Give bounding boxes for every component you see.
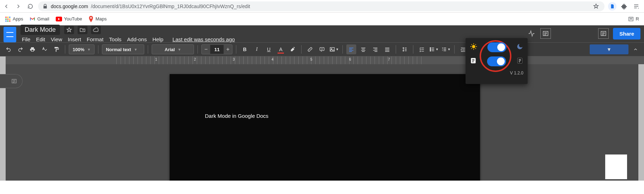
font-size-decrease[interactable]: − xyxy=(202,45,210,54)
editing-mode-right-icon[interactable] xyxy=(598,28,609,39)
align-center-button[interactable] xyxy=(358,44,368,54)
ruler-tick: 1 xyxy=(155,57,157,61)
font-size-input[interactable] xyxy=(210,45,224,54)
ruler-tick: 7 xyxy=(388,57,390,61)
redo-button[interactable] xyxy=(16,44,25,54)
undo-button[interactable] xyxy=(4,44,13,54)
svg-rect-0 xyxy=(5,17,6,18)
titlebar: Dark Mode File Edit View Insert Format T… xyxy=(0,25,644,40)
svg-point-17 xyxy=(430,48,431,49)
align-justify-button[interactable] xyxy=(382,44,392,54)
svg-point-18 xyxy=(430,49,431,50)
menu-edit[interactable]: Edit xyxy=(36,36,45,42)
star-document-icon[interactable] xyxy=(64,26,74,34)
svg-rect-15 xyxy=(330,48,334,51)
gmail-bookmark[interactable]: Gmail xyxy=(30,16,49,22)
editing-mode-dropdown[interactable]: ▼ xyxy=(590,44,628,54)
address-bar[interactable]: docs.google.com/document/d/1BsU0x12YvrRg… xyxy=(38,1,604,11)
font-select[interactable]: Arial▼ xyxy=(152,44,194,54)
spellcheck-button[interactable] xyxy=(40,44,49,54)
ruler[interactable]: 1 2 3 4 5 6 7 xyxy=(0,56,644,64)
line-spacing-button[interactable] xyxy=(400,44,409,54)
align-left-button[interactable] xyxy=(346,44,356,54)
style-select[interactable]: Normal text▼ xyxy=(102,44,144,54)
menu-help[interactable]: Help xyxy=(152,36,163,42)
youtube-bookmark[interactable]: YouTube xyxy=(56,16,82,22)
menu-icon[interactable] xyxy=(632,2,640,11)
explore-button-placeholder[interactable] xyxy=(605,154,627,179)
menu-addons[interactable]: Add-ons xyxy=(127,36,147,42)
activity-icon[interactable] xyxy=(527,29,536,38)
ruler-tick: 2 xyxy=(194,57,196,61)
last-edit-link[interactable]: Last edit was seconds ago xyxy=(172,36,235,42)
light-doc-icon xyxy=(470,57,477,66)
google-docs-app: Dark Mode File Edit View Insert Format T… xyxy=(0,25,644,181)
document-title[interactable]: Dark Mode xyxy=(20,25,60,35)
extension-version: V 1.2.0 xyxy=(470,71,523,75)
svg-rect-4 xyxy=(7,18,8,19)
vertical-scrollbar[interactable] xyxy=(638,64,644,181)
align-right-button[interactable] xyxy=(370,44,380,54)
insert-image-button[interactable]: ▼ xyxy=(329,44,339,54)
share-button[interactable]: Share xyxy=(613,28,640,40)
apps-label: Apps xyxy=(13,16,23,22)
svg-point-21 xyxy=(472,45,475,48)
apps-shortcut[interactable]: Apps xyxy=(5,16,23,22)
underline-button[interactable]: U xyxy=(264,44,274,54)
menu-format[interactable]: Format xyxy=(87,36,104,42)
content-darkmode-toggle[interactable] xyxy=(487,56,506,66)
reload-button[interactable] xyxy=(26,2,35,11)
text-color-button[interactable]: A xyxy=(276,44,286,54)
menu-file[interactable]: File xyxy=(22,36,30,42)
numbered-list-button[interactable]: ▼ xyxy=(441,44,451,54)
chevron-down-icon: ▼ xyxy=(87,48,91,51)
ruler-tick: 5 xyxy=(310,57,312,61)
docs-home-icon[interactable] xyxy=(4,27,16,42)
cloud-status-icon[interactable] xyxy=(91,26,101,34)
hide-menus-button[interactable] xyxy=(631,44,640,54)
svg-rect-8 xyxy=(9,20,10,22)
ruler-tick: 4 xyxy=(272,57,274,61)
omnibox-icons xyxy=(608,2,640,11)
extensions-icon[interactable] xyxy=(620,2,628,11)
svg-rect-7 xyxy=(7,20,8,22)
document-page[interactable]: Dark Mode in Google Docs xyxy=(170,74,480,181)
paint-format-button[interactable] xyxy=(51,44,61,54)
sun-icon xyxy=(470,43,478,52)
bold-button[interactable]: B xyxy=(240,44,250,54)
darkmode-extension-icon[interactable] xyxy=(608,2,616,11)
star-icon[interactable] xyxy=(592,2,600,11)
insert-link-button[interactable] xyxy=(305,44,315,54)
chevron-down-icon: ▼ xyxy=(607,47,612,52)
youtube-label: YouTube xyxy=(64,16,82,22)
menu-tools[interactable]: Tools xyxy=(109,36,121,42)
zoom-select[interactable]: 100%▼ xyxy=(69,44,95,54)
italic-button[interactable]: I xyxy=(252,44,262,54)
darkmode-extension-popup: V 1.2.0 xyxy=(466,38,528,84)
document-text: Dark Mode in Google Docs xyxy=(205,113,445,119)
outline-collapse-tab[interactable] xyxy=(0,74,23,88)
menu-insert[interactable]: Insert xyxy=(68,36,81,42)
svg-point-19 xyxy=(430,50,431,51)
reading-list-button[interactable]: R xyxy=(628,16,639,22)
back-button[interactable] xyxy=(2,2,11,11)
svg-rect-6 xyxy=(5,20,6,22)
bookmark-bar: Apps Gmail YouTube Maps R xyxy=(0,13,644,25)
page-darkmode-toggle[interactable] xyxy=(487,42,506,52)
forward-button[interactable] xyxy=(14,2,23,11)
bulleted-list-button[interactable]: ▼ xyxy=(429,44,439,54)
move-document-icon[interactable] xyxy=(78,26,87,34)
print-button[interactable] xyxy=(28,44,37,54)
gmail-label: Gmail xyxy=(37,16,49,22)
editing-mode-left-icon[interactable] xyxy=(540,28,551,39)
highlight-button[interactable] xyxy=(288,44,298,54)
maps-bookmark[interactable]: Maps xyxy=(89,16,107,22)
checklist-button[interactable] xyxy=(417,44,427,54)
reading-list-label: R xyxy=(636,16,639,22)
lock-icon xyxy=(42,4,48,9)
font-size-increase[interactable]: + xyxy=(224,45,232,54)
insert-comment-button[interactable] xyxy=(317,44,327,54)
browser-toolbar: docs.google.com/document/d/1BsU0x12YvrRg… xyxy=(0,0,644,13)
menu-view[interactable]: View xyxy=(51,36,62,42)
font-value: Arial xyxy=(165,47,175,52)
